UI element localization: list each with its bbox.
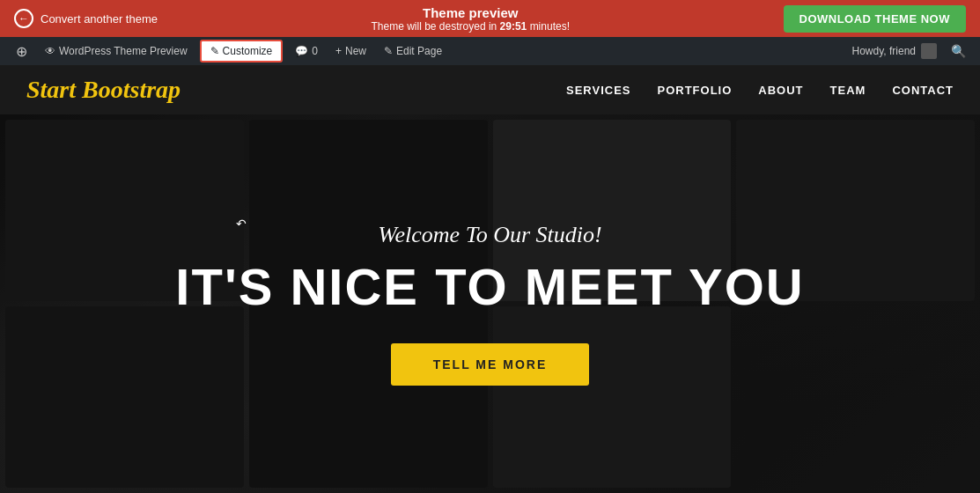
comments-button[interactable]: 💬 0 <box>286 37 327 65</box>
nav-about[interactable]: ABOUT <box>758 84 803 97</box>
new-label: New <box>345 45 366 57</box>
back-icon: ← <box>14 9 33 28</box>
theme-preview-icon: 👁 <box>45 45 55 57</box>
site-logo[interactable]: Start Bootstrap <box>26 76 566 104</box>
new-button[interactable]: + New <box>327 37 375 65</box>
hero-subtitle: Welcome To Our Studio! <box>175 222 804 248</box>
nav-team[interactable]: TEAM <box>830 84 866 97</box>
hero-content: Welcome To Our Studio! IT'S NICE TO MEET… <box>175 222 804 386</box>
edit-icon: ✎ <box>384 45 393 57</box>
hero-title: IT'S NICE TO MEET YOU <box>175 259 804 315</box>
convert-another-button[interactable]: ← Convert another theme <box>14 9 158 28</box>
theme-preview-label: WordPress Theme Preview <box>59 45 188 57</box>
nav-links: SERVICES PORTFOLIO ABOUT TEAM CONTACT <box>566 84 954 97</box>
banner-center: Theme preview Theme will be destroyed in… <box>372 5 570 33</box>
howdy-section: Howdy, friend <box>845 43 944 59</box>
comments-icon: 💬 <box>295 45 308 57</box>
edit-page-button[interactable]: ✎ Edit Page <box>375 37 451 65</box>
plus-icon: + <box>335 45 342 57</box>
howdy-label: Howdy, friend <box>852 45 916 57</box>
banner-title: Theme preview <box>372 5 570 20</box>
countdown-timer: 29:51 <box>500 20 527 33</box>
wp-admin-bar: ⊕ 👁 WordPress Theme Preview ✎ Customize … <box>0 37 980 65</box>
wp-logo-button[interactable]: ⊕ <box>7 37 36 65</box>
customize-icon: ✎ <box>210 45 219 57</box>
theme-preview-button[interactable]: 👁 WordPress Theme Preview <box>36 37 196 65</box>
customize-button[interactable]: ✎ Customize <box>200 40 284 63</box>
download-theme-button[interactable]: DOWNLOAD THEME NOW <box>784 5 966 33</box>
search-button[interactable]: 🔍 <box>944 44 973 58</box>
comments-count: 0 <box>312 45 318 57</box>
hero-section: Welcome To Our Studio! IT'S NICE TO MEET… <box>0 114 980 493</box>
customize-label: Customize <box>223 45 273 57</box>
nav-contact[interactable]: CONTACT <box>892 84 954 97</box>
banner-subtitle: Theme will be destroyed in 29:51 minutes… <box>372 20 570 33</box>
theme-preview-banner: ← Convert another theme Theme preview Th… <box>0 0 980 37</box>
convert-label: Convert another theme <box>41 12 158 26</box>
site-navigation: Start Bootstrap SERVICES PORTFOLIO ABOUT… <box>0 65 980 114</box>
nav-services[interactable]: SERVICES <box>566 84 631 97</box>
avatar <box>921 43 937 59</box>
nav-portfolio[interactable]: PORTFOLIO <box>658 84 733 97</box>
edit-page-label: Edit Page <box>396 45 442 57</box>
wordpress-icon: ⊕ <box>16 43 27 60</box>
hero-cta-button[interactable]: TELL ME MORE <box>391 343 590 386</box>
